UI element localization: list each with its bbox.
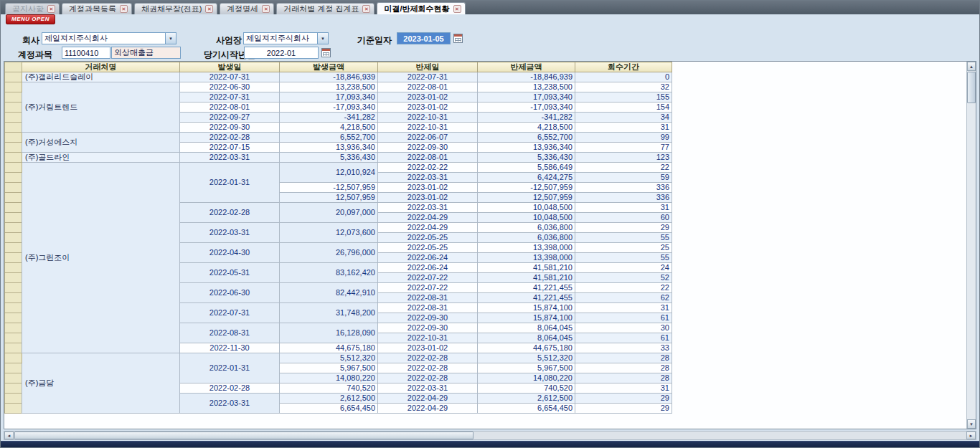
occur-date-cell[interactable]: 2022-09-27 bbox=[180, 113, 280, 123]
occur-amount-cell[interactable]: 16,128,090 bbox=[280, 323, 378, 343]
settle-date-cell[interactable]: 2022-08-31 bbox=[378, 303, 478, 313]
tab-close-icon[interactable]: ✕ bbox=[205, 5, 213, 13]
occur-amount-cell[interactable]: 44,675,180 bbox=[280, 343, 378, 353]
tab-notice[interactable]: 공지사항 ✕ bbox=[5, 3, 60, 14]
horizontal-scrollbar[interactable]: ◄ ► bbox=[4, 431, 976, 440]
collect-days-cell[interactable]: 336 bbox=[575, 183, 672, 193]
col-header-occur-date[interactable]: 발생일 bbox=[180, 62, 280, 72]
row-selector[interactable] bbox=[5, 253, 22, 263]
row-selector[interactable] bbox=[5, 373, 22, 383]
occur-amount-cell[interactable]: 82,442,910 bbox=[280, 283, 378, 303]
settle-amount-cell[interactable]: 740,520 bbox=[478, 383, 575, 394]
collect-days-cell[interactable]: 25 bbox=[575, 243, 672, 253]
settle-amount-cell[interactable]: 5,586,649 bbox=[478, 163, 575, 173]
settle-amount-cell[interactable]: 17,093,340 bbox=[478, 92, 575, 103]
occur-date-cell[interactable]: 2022-03-31 bbox=[180, 153, 280, 163]
row-selector[interactable] bbox=[5, 113, 22, 123]
row-selector[interactable] bbox=[5, 404, 22, 414]
settle-date-cell[interactable]: 2022-06-24 bbox=[378, 263, 478, 273]
collect-days-cell[interactable]: 31 bbox=[575, 303, 672, 313]
occur-amount-cell[interactable]: -17,093,340 bbox=[280, 103, 378, 113]
settle-amount-cell[interactable]: 2,612,500 bbox=[478, 394, 575, 404]
settle-date-cell[interactable]: 2022-02-28 bbox=[378, 363, 478, 373]
row-selector[interactable] bbox=[5, 394, 22, 404]
customer-name-cell[interactable]: (주)거성에스지 bbox=[22, 133, 180, 153]
settle-amount-cell[interactable]: 44,675,180 bbox=[478, 343, 575, 353]
settle-amount-cell[interactable]: 10,048,500 bbox=[478, 203, 575, 213]
collect-days-cell[interactable]: 52 bbox=[575, 273, 672, 283]
collect-days-cell[interactable]: 22 bbox=[575, 283, 672, 293]
row-selector[interactable] bbox=[5, 273, 22, 283]
settle-amount-cell[interactable]: 4,218,500 bbox=[478, 123, 575, 133]
settle-date-cell[interactable]: 2023-01-02 bbox=[378, 183, 478, 193]
settle-date-cell[interactable]: 2022-07-22 bbox=[378, 283, 478, 293]
settle-amount-cell[interactable]: 14,080,220 bbox=[478, 373, 575, 383]
occur-date-cell[interactable]: 2022-02-28 bbox=[180, 383, 280, 394]
settle-amount-cell[interactable]: 6,036,800 bbox=[478, 223, 575, 233]
collect-days-cell[interactable]: 61 bbox=[575, 313, 672, 323]
settle-date-cell[interactable]: 2022-06-07 bbox=[378, 133, 478, 143]
occur-amount-cell[interactable]: 12,073,600 bbox=[280, 223, 378, 243]
company-select[interactable]: 제일져지주식회사 ▼ bbox=[42, 32, 176, 44]
occur-amount-cell[interactable]: 4,218,500 bbox=[280, 123, 378, 133]
occur-amount-cell[interactable]: 26,796,000 bbox=[280, 243, 378, 263]
occur-date-cell[interactable]: 2022-07-31 bbox=[180, 303, 280, 323]
settle-amount-cell[interactable]: 41,581,210 bbox=[478, 273, 575, 283]
occur-amount-cell[interactable]: -12,507,959 bbox=[280, 183, 378, 193]
settle-date-cell[interactable]: 2022-04-29 bbox=[378, 213, 478, 223]
occur-date-cell[interactable]: 2022-08-31 bbox=[180, 323, 280, 343]
settle-amount-cell[interactable]: 13,936,340 bbox=[478, 143, 575, 153]
settle-amount-cell[interactable]: 41,221,455 bbox=[478, 283, 575, 293]
settle-date-cell[interactable]: 2022-03-31 bbox=[378, 383, 478, 394]
scroll-left-icon[interactable]: ◄ bbox=[4, 432, 14, 439]
account-code-input[interactable]: 11100410 bbox=[62, 47, 110, 59]
row-selector[interactable] bbox=[5, 183, 22, 193]
settle-amount-cell[interactable]: 6,424,275 bbox=[478, 173, 575, 183]
settle-amount-cell[interactable]: 6,654,450 bbox=[478, 404, 575, 414]
settle-amount-cell[interactable]: 15,874,100 bbox=[478, 303, 575, 313]
occur-amount-cell[interactable]: 5,967,500 bbox=[280, 363, 378, 373]
row-selector[interactable] bbox=[5, 123, 22, 133]
col-header-collect-days[interactable]: 회수기간 bbox=[575, 62, 672, 72]
occur-amount-cell[interactable]: 6,552,700 bbox=[280, 133, 378, 143]
period-start-input[interactable]: 2022-01 bbox=[244, 47, 319, 59]
collect-days-cell[interactable]: 29 bbox=[575, 394, 672, 404]
occur-amount-cell[interactable]: 12,010,924 bbox=[280, 163, 378, 183]
customer-name-cell[interactable]: (주)거림트렌드 bbox=[22, 82, 180, 133]
settle-amount-cell[interactable]: 41,221,455 bbox=[478, 293, 575, 303]
row-selector[interactable] bbox=[5, 203, 22, 213]
occur-date-cell[interactable]: 2022-04-30 bbox=[180, 243, 280, 263]
settle-date-cell[interactable]: 2022-10-31 bbox=[378, 333, 478, 343]
collect-days-cell[interactable]: 0 bbox=[575, 72, 672, 82]
occur-date-cell[interactable]: 2022-07-31 bbox=[180, 72, 280, 82]
collect-days-cell[interactable]: 28 bbox=[575, 363, 672, 373]
occur-amount-cell[interactable]: 5,336,430 bbox=[280, 153, 378, 163]
occur-date-cell[interactable]: 2022-11-30 bbox=[180, 343, 280, 353]
collect-days-cell[interactable]: 31 bbox=[575, 123, 672, 133]
collect-days-cell[interactable]: 34 bbox=[575, 113, 672, 123]
settle-date-cell[interactable]: 2022-04-29 bbox=[378, 394, 478, 404]
collect-days-cell[interactable]: 33 bbox=[575, 343, 672, 353]
occur-amount-cell[interactable]: 13,936,340 bbox=[280, 143, 378, 153]
settle-date-cell[interactable]: 2022-05-25 bbox=[378, 243, 478, 253]
collect-days-cell[interactable]: 32 bbox=[575, 82, 672, 92]
collect-days-cell[interactable]: 22 bbox=[575, 163, 672, 173]
occur-amount-cell[interactable]: 83,162,420 bbox=[280, 263, 378, 283]
tab-close-icon[interactable]: ✕ bbox=[453, 5, 461, 13]
tab-close-icon[interactable]: ✕ bbox=[362, 5, 370, 13]
settle-date-cell[interactable]: 2023-01-02 bbox=[378, 92, 478, 103]
collect-days-cell[interactable]: 31 bbox=[575, 203, 672, 213]
collect-days-cell[interactable]: 61 bbox=[575, 333, 672, 343]
tab-account-detail[interactable]: 계정명세 ✕ bbox=[220, 3, 274, 14]
row-selector[interactable] bbox=[5, 143, 22, 153]
settle-date-cell[interactable]: 2022-07-31 bbox=[378, 72, 478, 82]
settle-date-cell[interactable]: 2022-10-31 bbox=[378, 123, 478, 133]
occur-amount-cell[interactable]: 6,654,450 bbox=[280, 404, 378, 414]
settle-amount-cell[interactable]: 12,507,959 bbox=[478, 193, 575, 203]
collect-days-cell[interactable]: 154 bbox=[575, 103, 672, 113]
occur-amount-cell[interactable]: 17,093,340 bbox=[280, 92, 378, 103]
col-header-settle-date[interactable]: 반제일 bbox=[378, 62, 478, 72]
settle-date-cell[interactable]: 2022-02-28 bbox=[378, 353, 478, 363]
occur-date-cell[interactable]: 2022-03-31 bbox=[180, 223, 280, 243]
row-selector[interactable] bbox=[5, 343, 22, 353]
